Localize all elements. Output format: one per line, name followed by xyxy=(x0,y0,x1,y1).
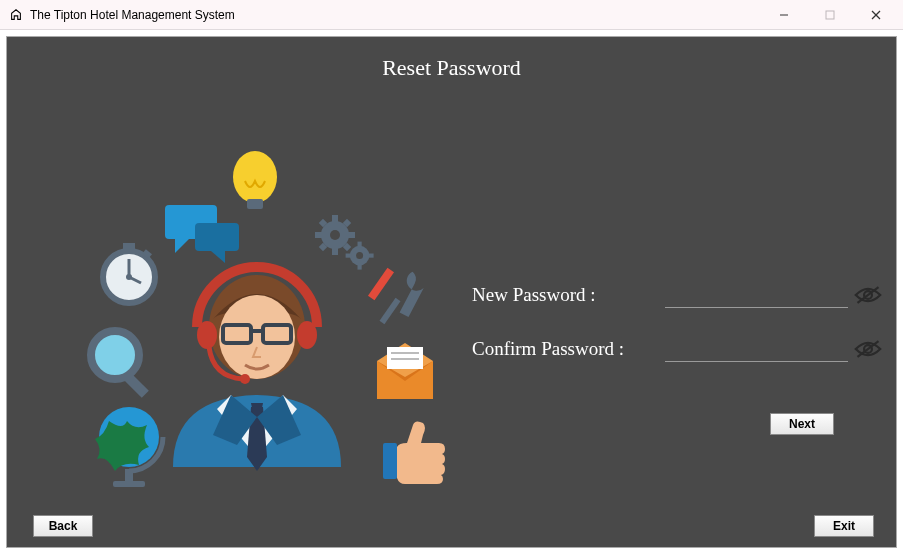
svg-point-21 xyxy=(356,252,363,259)
lightbulb-icon xyxy=(233,151,277,209)
stopwatch-icon xyxy=(103,243,155,303)
next-button[interactable]: Next xyxy=(770,413,834,435)
new-password-label: New Password : xyxy=(472,284,665,306)
window-title: The Tipton Hotel Management System xyxy=(30,8,235,22)
magnifier-icon xyxy=(91,331,149,398)
svg-rect-12 xyxy=(332,215,338,223)
confirm-password-input[interactable] xyxy=(665,336,848,362)
main-panel: Reset Password xyxy=(6,36,897,548)
maximize-button xyxy=(807,0,853,30)
support-illustration xyxy=(47,127,467,497)
svg-point-54 xyxy=(240,374,250,384)
svg-point-48 xyxy=(219,295,295,379)
svg-rect-23 xyxy=(358,264,362,270)
toggle-confirm-password-visibility[interactable] xyxy=(854,338,882,360)
svg-rect-44 xyxy=(125,469,133,483)
svg-rect-45 xyxy=(113,481,145,487)
exit-button[interactable]: Exit xyxy=(814,515,874,537)
tools-icon xyxy=(368,268,428,324)
svg-point-4 xyxy=(233,151,277,203)
support-person-icon xyxy=(173,267,341,471)
speech-bubbles-icon xyxy=(165,205,239,263)
app-icon xyxy=(8,7,24,23)
svg-point-32 xyxy=(126,274,132,280)
svg-rect-34 xyxy=(380,298,401,324)
svg-point-53 xyxy=(297,321,317,349)
thumbs-up-icon xyxy=(383,421,445,484)
svg-point-11 xyxy=(330,230,340,240)
page-title: Reset Password xyxy=(7,37,896,81)
svg-point-52 xyxy=(197,321,217,349)
svg-rect-28 xyxy=(123,243,135,251)
svg-rect-36 xyxy=(122,371,149,398)
confirm-password-row: Confirm Password : xyxy=(472,336,882,362)
globe-icon xyxy=(95,407,163,487)
svg-rect-13 xyxy=(332,247,338,255)
svg-rect-33 xyxy=(368,268,394,300)
back-button[interactable]: Back xyxy=(33,515,93,537)
window-titlebar: The Tipton Hotel Management System xyxy=(0,0,903,30)
close-button[interactable] xyxy=(853,0,899,30)
svg-rect-46 xyxy=(383,443,397,479)
svg-rect-8 xyxy=(195,223,239,251)
new-password-row: New Password : xyxy=(472,282,882,308)
gears-icon xyxy=(315,215,374,270)
svg-point-35 xyxy=(91,331,139,379)
svg-rect-25 xyxy=(368,254,374,258)
svg-marker-7 xyxy=(175,239,189,253)
svg-rect-5 xyxy=(247,199,263,209)
new-password-input[interactable] xyxy=(665,282,848,308)
minimize-button[interactable] xyxy=(761,0,807,30)
svg-rect-1 xyxy=(826,11,834,19)
svg-marker-9 xyxy=(211,251,225,263)
svg-rect-22 xyxy=(358,242,362,248)
envelope-icon xyxy=(377,343,433,399)
content-area: Reset Password xyxy=(0,30,903,554)
eye-hidden-icon xyxy=(854,285,882,305)
confirm-password-label: Confirm Password : xyxy=(472,338,665,360)
svg-rect-15 xyxy=(347,232,355,238)
svg-marker-56 xyxy=(251,403,263,413)
svg-rect-24 xyxy=(346,254,352,258)
reset-password-form: New Password : Confirm Password : xyxy=(472,282,882,390)
eye-hidden-icon xyxy=(854,339,882,359)
toggle-new-password-visibility[interactable] xyxy=(854,284,882,306)
svg-rect-14 xyxy=(315,232,323,238)
